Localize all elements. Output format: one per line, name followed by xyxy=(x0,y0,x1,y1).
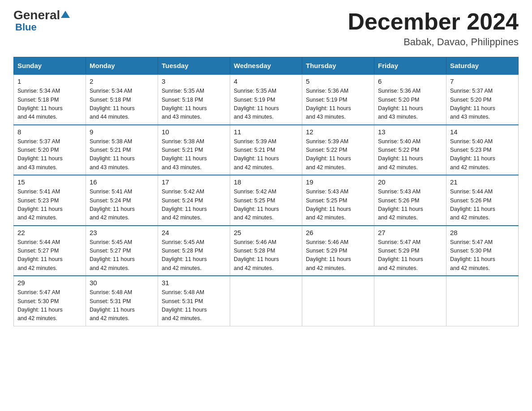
month-title: December 2024 xyxy=(348,9,519,34)
day-info: Sunrise: 5:44 AMSunset: 5:27 PMDaylight:… xyxy=(17,239,63,271)
day-number: 4 xyxy=(234,77,298,85)
day-number: 7 xyxy=(450,77,515,85)
day-info: Sunrise: 5:45 AMSunset: 5:27 PMDaylight:… xyxy=(90,239,135,271)
day-number: 29 xyxy=(17,279,82,287)
calendar-cell: 21 Sunrise: 5:44 AMSunset: 5:26 PMDaylig… xyxy=(446,175,519,226)
calendar-cell: 7 Sunrise: 5:37 AMSunset: 5:20 PMDayligh… xyxy=(446,74,519,125)
day-number: 5 xyxy=(306,77,370,85)
day-number: 15 xyxy=(17,178,82,186)
day-number: 25 xyxy=(234,229,298,236)
calendar-table: SundayMondayTuesdayWednesdayThursdayFrid… xyxy=(13,57,519,326)
day-number: 12 xyxy=(306,128,370,136)
calendar-cell: 9 Sunrise: 5:38 AMSunset: 5:21 PMDayligh… xyxy=(86,125,158,176)
calendar-cell: 31 Sunrise: 5:48 AMSunset: 5:31 PMDaylig… xyxy=(158,276,230,326)
day-info: Sunrise: 5:36 AMSunset: 5:20 PMDaylight:… xyxy=(378,88,423,120)
calendar-cell: 23 Sunrise: 5:45 AMSunset: 5:27 PMDaylig… xyxy=(86,226,158,276)
logo-triangle-icon xyxy=(61,11,70,20)
calendar-cell: 22 Sunrise: 5:44 AMSunset: 5:27 PMDaylig… xyxy=(14,226,86,276)
day-info: Sunrise: 5:37 AMSunset: 5:20 PMDaylight:… xyxy=(17,138,63,171)
calendar-cell: 2 Sunrise: 5:34 AMSunset: 5:18 PMDayligh… xyxy=(86,74,158,125)
day-info: Sunrise: 5:34 AMSunset: 5:18 PMDaylight:… xyxy=(17,88,63,120)
col-header-thursday: Thursday xyxy=(302,57,374,75)
logo: General Blue xyxy=(13,9,70,33)
calendar-header-row: SundayMondayTuesdayWednesdayThursdayFrid… xyxy=(14,57,519,75)
calendar-cell: 14 Sunrise: 5:40 AMSunset: 5:23 PMDaylig… xyxy=(446,125,519,176)
calendar-cell: 15 Sunrise: 5:41 AMSunset: 5:23 PMDaylig… xyxy=(14,175,86,226)
calendar-cell: 19 Sunrise: 5:43 AMSunset: 5:25 PMDaylig… xyxy=(302,175,374,226)
svg-marker-0 xyxy=(61,11,70,18)
day-number: 30 xyxy=(90,279,154,287)
day-number: 11 xyxy=(234,128,298,136)
calendar-cell: 8 Sunrise: 5:37 AMSunset: 5:20 PMDayligh… xyxy=(14,125,86,176)
day-number: 13 xyxy=(378,128,442,136)
day-number: 9 xyxy=(90,128,154,136)
calendar-cell xyxy=(230,276,302,326)
calendar-cell: 5 Sunrise: 5:36 AMSunset: 5:19 PMDayligh… xyxy=(302,74,374,125)
day-info: Sunrise: 5:34 AMSunset: 5:18 PMDaylight:… xyxy=(90,88,135,120)
day-number: 27 xyxy=(378,229,442,236)
day-info: Sunrise: 5:43 AMSunset: 5:25 PMDaylight:… xyxy=(306,188,351,221)
col-header-tuesday: Tuesday xyxy=(158,57,230,75)
day-info: Sunrise: 5:44 AMSunset: 5:26 PMDaylight:… xyxy=(450,188,495,221)
calendar-cell: 13 Sunrise: 5:40 AMSunset: 5:22 PMDaylig… xyxy=(374,125,446,176)
calendar-cell: 4 Sunrise: 5:35 AMSunset: 5:19 PMDayligh… xyxy=(230,74,302,125)
day-number: 17 xyxy=(162,178,226,186)
calendar-cell: 29 Sunrise: 5:47 AMSunset: 5:30 PMDaylig… xyxy=(14,276,86,326)
day-number: 23 xyxy=(90,229,154,236)
calendar-cell: 24 Sunrise: 5:45 AMSunset: 5:28 PMDaylig… xyxy=(158,226,230,276)
week-row-3: 15 Sunrise: 5:41 AMSunset: 5:23 PMDaylig… xyxy=(14,175,519,226)
day-info: Sunrise: 5:39 AMSunset: 5:21 PMDaylight:… xyxy=(234,138,279,171)
location-title: Babak, Davao, Philippines xyxy=(348,36,519,48)
calendar-cell: 26 Sunrise: 5:46 AMSunset: 5:29 PMDaylig… xyxy=(302,226,374,276)
day-info: Sunrise: 5:46 AMSunset: 5:28 PMDaylight:… xyxy=(234,239,279,271)
calendar-cell: 6 Sunrise: 5:36 AMSunset: 5:20 PMDayligh… xyxy=(374,74,446,125)
calendar-cell xyxy=(302,276,374,326)
day-info: Sunrise: 5:35 AMSunset: 5:18 PMDaylight:… xyxy=(162,88,207,120)
day-info: Sunrise: 5:37 AMSunset: 5:20 PMDaylight:… xyxy=(450,88,495,120)
calendar-cell: 1 Sunrise: 5:34 AMSunset: 5:18 PMDayligh… xyxy=(14,74,86,125)
day-number: 31 xyxy=(162,279,226,287)
calendar-cell: 16 Sunrise: 5:41 AMSunset: 5:24 PMDaylig… xyxy=(86,175,158,226)
col-header-friday: Friday xyxy=(374,57,446,75)
calendar-cell: 3 Sunrise: 5:35 AMSunset: 5:18 PMDayligh… xyxy=(158,74,230,125)
day-number: 21 xyxy=(450,178,515,186)
day-number: 3 xyxy=(162,77,226,85)
day-number: 26 xyxy=(306,229,370,236)
calendar-cell: 17 Sunrise: 5:42 AMSunset: 5:24 PMDaylig… xyxy=(158,175,230,226)
day-number: 16 xyxy=(90,178,154,186)
day-info: Sunrise: 5:47 AMSunset: 5:30 PMDaylight:… xyxy=(450,239,495,271)
day-info: Sunrise: 5:47 AMSunset: 5:30 PMDaylight:… xyxy=(17,289,63,321)
day-info: Sunrise: 5:38 AMSunset: 5:21 PMDaylight:… xyxy=(90,138,135,171)
col-header-monday: Monday xyxy=(86,57,158,75)
calendar-cell: 20 Sunrise: 5:43 AMSunset: 5:26 PMDaylig… xyxy=(374,175,446,226)
week-row-2: 8 Sunrise: 5:37 AMSunset: 5:20 PMDayligh… xyxy=(14,125,519,176)
calendar-cell: 11 Sunrise: 5:39 AMSunset: 5:21 PMDaylig… xyxy=(230,125,302,176)
day-info: Sunrise: 5:47 AMSunset: 5:29 PMDaylight:… xyxy=(378,239,423,271)
calendar-cell: 30 Sunrise: 5:48 AMSunset: 5:31 PMDaylig… xyxy=(86,276,158,326)
day-info: Sunrise: 5:42 AMSunset: 5:25 PMDaylight:… xyxy=(234,188,279,221)
calendar-cell: 12 Sunrise: 5:39 AMSunset: 5:22 PMDaylig… xyxy=(302,125,374,176)
calendar-cell: 28 Sunrise: 5:47 AMSunset: 5:30 PMDaylig… xyxy=(446,226,519,276)
calendar-cell: 27 Sunrise: 5:47 AMSunset: 5:29 PMDaylig… xyxy=(374,226,446,276)
col-header-saturday: Saturday xyxy=(446,57,519,75)
day-info: Sunrise: 5:38 AMSunset: 5:21 PMDaylight:… xyxy=(162,138,207,171)
col-header-wednesday: Wednesday xyxy=(230,57,302,75)
day-number: 1 xyxy=(17,77,82,85)
day-info: Sunrise: 5:41 AMSunset: 5:24 PMDaylight:… xyxy=(90,188,135,221)
day-number: 2 xyxy=(90,77,154,85)
day-info: Sunrise: 5:43 AMSunset: 5:26 PMDaylight:… xyxy=(378,188,423,221)
week-row-1: 1 Sunrise: 5:34 AMSunset: 5:18 PMDayligh… xyxy=(14,74,519,125)
calendar-cell: 10 Sunrise: 5:38 AMSunset: 5:21 PMDaylig… xyxy=(158,125,230,176)
day-info: Sunrise: 5:48 AMSunset: 5:31 PMDaylight:… xyxy=(90,289,135,321)
title-block: December 2024 Babak, Davao, Philippines xyxy=(348,9,519,48)
day-number: 6 xyxy=(378,77,442,85)
day-number: 28 xyxy=(450,229,515,236)
day-number: 8 xyxy=(17,128,82,136)
logo-general-text: General xyxy=(13,9,60,21)
calendar-cell: 18 Sunrise: 5:42 AMSunset: 5:25 PMDaylig… xyxy=(230,175,302,226)
day-number: 20 xyxy=(378,178,442,186)
week-row-4: 22 Sunrise: 5:44 AMSunset: 5:27 PMDaylig… xyxy=(14,226,519,276)
logo-blue-text: Blue xyxy=(15,21,37,33)
day-info: Sunrise: 5:48 AMSunset: 5:31 PMDaylight:… xyxy=(162,289,207,321)
day-number: 24 xyxy=(162,229,226,236)
